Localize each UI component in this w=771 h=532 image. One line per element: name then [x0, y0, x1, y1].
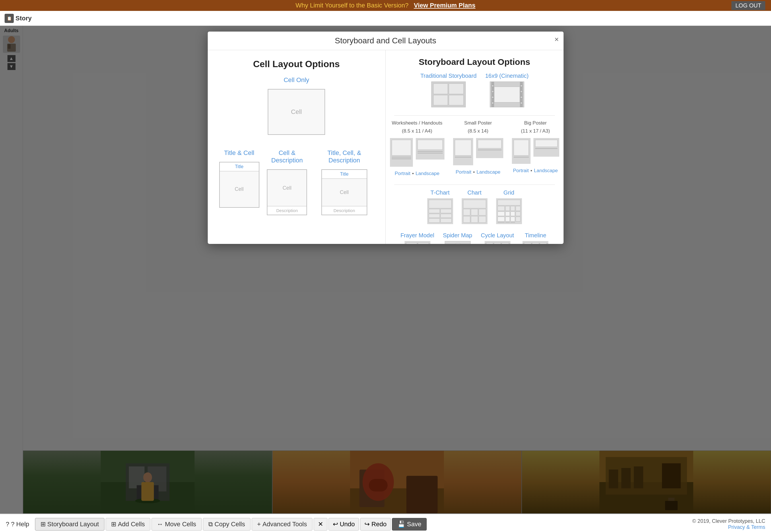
- copy-cells-button[interactable]: ⧉ Copy Cells: [203, 518, 250, 531]
- timeline-option[interactable]: Timeline: [523, 232, 548, 244]
- worksheets-landscape-link[interactable]: Landscape: [415, 171, 439, 176]
- worksheets-portrait-preview[interactable]: [390, 138, 413, 167]
- title-cell-label[interactable]: Title & Cell: [224, 149, 255, 157]
- cycle-option[interactable]: Cycle Layout: [481, 232, 514, 244]
- sp-landscape-rect: [478, 140, 502, 148]
- premium-link[interactable]: View Premium Plans: [414, 2, 475, 9]
- add-cells-button[interactable]: ⊞ Add Cells: [106, 518, 150, 531]
- big-poster-portrait-link[interactable]: Portrait: [513, 168, 529, 174]
- traditional-option[interactable]: Traditional Storyboard: [420, 73, 477, 107]
- film-hole-5: [520, 85, 523, 87]
- big-poster-portrait[interactable]: [512, 138, 531, 164]
- cell-desc-label[interactable]: Cell & Description: [265, 149, 309, 164]
- grid-label[interactable]: Grid: [504, 189, 514, 196]
- cell-layout-title: Cell Layout Options: [219, 59, 374, 69]
- title-cell-preview[interactable]: Title Cell: [219, 162, 259, 208]
- big-poster-label: Big Poster: [524, 120, 547, 126]
- move-cells-button[interactable]: ↔ Move Cells: [152, 518, 202, 531]
- worksheets-sublabel: (8.5 x 11 / A4): [402, 128, 432, 134]
- cell-desc-preview[interactable]: Cell Description: [267, 169, 307, 215]
- frayer-preview[interactable]: [405, 241, 430, 244]
- privacy-link[interactable]: Privacy & Terms: [728, 524, 765, 530]
- tchart-c2: [440, 209, 452, 213]
- small-poster-portrait[interactable]: [453, 138, 473, 165]
- big-poster-previews: [512, 138, 559, 164]
- sb-row-3: T-Chart Cha: [394, 189, 555, 224]
- traditional-preview[interactable]: [431, 81, 466, 107]
- tchart-option[interactable]: T-Chart: [427, 189, 453, 224]
- worksheets-option[interactable]: Worksheets / Handouts (8.5 x 11 / A4): [390, 120, 444, 176]
- storyboard-layout-button[interactable]: ⊞ Storyboard Layout: [35, 518, 104, 531]
- help-button[interactable]: ? ? Help: [6, 521, 29, 528]
- cinematic-label[interactable]: 16x9 (Cinematic): [485, 73, 529, 79]
- cell-only-preview[interactable]: Cell: [268, 89, 325, 135]
- title-cell-desc-option[interactable]: Title, Cell, & Description Title Cell De…: [315, 149, 374, 215]
- grid-preview[interactable]: [496, 198, 522, 224]
- spider-label[interactable]: Spider Map: [443, 232, 472, 239]
- spider-preview[interactable]: [445, 241, 471, 244]
- grid-option[interactable]: Grid: [496, 189, 522, 224]
- grid-ch3: [510, 206, 515, 211]
- save-button[interactable]: 💾 Save: [392, 518, 427, 531]
- title-cell-cell-area: Cell: [220, 171, 259, 207]
- cycle-label[interactable]: Cycle Layout: [481, 232, 514, 239]
- big-poster-option[interactable]: Big Poster (11 x 17 / A3): [512, 120, 559, 174]
- big-poster-landscape[interactable]: [533, 138, 559, 157]
- tchart-label[interactable]: T-Chart: [430, 189, 450, 196]
- undo-button[interactable]: ↩ Undo: [329, 518, 359, 531]
- traditional-label[interactable]: Traditional Storyboard: [420, 73, 477, 79]
- move-cells-icon: ↔: [157, 521, 163, 528]
- timeline-preview[interactable]: [523, 241, 548, 244]
- worksheets-label: Worksheets / Handouts: [392, 120, 442, 126]
- small-poster-landscape[interactable]: [476, 138, 503, 158]
- film-hole-1: [492, 85, 494, 87]
- film-hole-6: [520, 90, 523, 93]
- cell-only-label[interactable]: Cell Only: [283, 76, 309, 84]
- modal-close-button[interactable]: ×: [554, 35, 559, 44]
- chart-c4: [463, 216, 470, 223]
- small-poster-portrait-landscape: Portrait • Landscape: [456, 169, 500, 175]
- big-poster-landscape-link[interactable]: Landscape: [534, 168, 558, 174]
- frayer-option[interactable]: Frayer Model: [401, 232, 434, 244]
- worksheets-landscape[interactable]: [416, 138, 444, 167]
- cinematic-preview[interactable]: [490, 81, 524, 107]
- small-poster-option[interactable]: Small Poster (8.5 x 14): [453, 120, 503, 175]
- cell-desc-desc-bar: Description: [267, 206, 306, 215]
- tchart-preview[interactable]: [427, 198, 453, 224]
- title-cell-desc-label[interactable]: Title, Cell, & Description: [315, 149, 374, 164]
- chart-c3: [479, 209, 486, 215]
- title-cell-desc-preview[interactable]: Title Cell Description: [321, 169, 367, 215]
- cycle-preview[interactable]: [485, 241, 510, 244]
- trad-cell-3: [433, 95, 448, 106]
- promo-bar: Why Limit Yourself to the Basic Version?…: [0, 0, 771, 11]
- frayer-c1: [406, 242, 417, 244]
- cinematic-option[interactable]: 16x9 (Cinematic): [485, 73, 529, 107]
- chart-label[interactable]: Chart: [467, 189, 481, 196]
- spider-option[interactable]: Spider Map: [443, 232, 472, 244]
- small-poster-landscape-link[interactable]: Landscape: [477, 169, 500, 175]
- cell-only-option[interactable]: Cell Only Cell: [219, 76, 374, 143]
- redo-button[interactable]: ↪ Redo: [360, 518, 391, 531]
- chart-option[interactable]: Chart: [462, 189, 488, 224]
- modal-title: Storyboard and Cell Layouts: [335, 36, 436, 45]
- worksheets-portrait[interactable]: [390, 138, 413, 167]
- grid-rh2: [516, 211, 520, 216]
- timeline-label[interactable]: Timeline: [525, 232, 546, 239]
- frayer-c2: [418, 242, 429, 244]
- close-button[interactable]: ✕: [314, 518, 327, 531]
- chart-preview[interactable]: [462, 198, 488, 224]
- big-poster-portrait-landscape: Portrait • Landscape: [513, 168, 558, 174]
- grid-rh3: [516, 217, 520, 222]
- worksheets-landscape-preview[interactable]: [416, 138, 444, 160]
- worksheets-portrait-link[interactable]: Portrait: [395, 171, 411, 176]
- frayer-label[interactable]: Frayer Model: [401, 232, 434, 239]
- logout-button[interactable]: LOG OUT: [731, 1, 765, 10]
- grid-c2: [505, 211, 510, 216]
- chart-c1: [463, 209, 470, 215]
- title-cell-option[interactable]: Title & Cell Title Cell: [219, 149, 259, 215]
- tchart-c1: [429, 209, 440, 213]
- cell-desc-option[interactable]: Cell & Description Cell Description: [265, 149, 309, 215]
- small-poster-portrait-link[interactable]: Portrait: [456, 169, 471, 175]
- tchart-c6: [440, 218, 452, 223]
- advanced-tools-button[interactable]: + Advanced Tools: [252, 518, 312, 531]
